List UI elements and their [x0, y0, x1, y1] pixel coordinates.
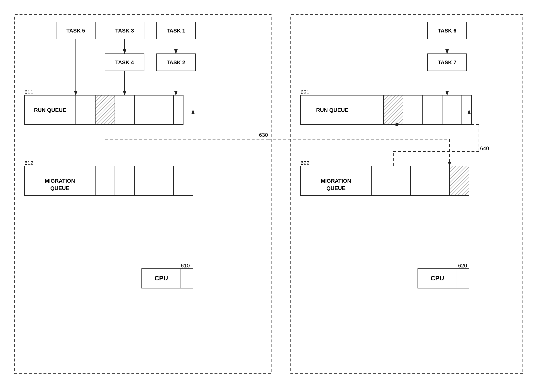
ref-621: 621: [301, 89, 310, 95]
left-mq-cell5: [173, 166, 193, 195]
right-rq-cell5: [442, 95, 462, 125]
right-cpu-label: CPU: [431, 275, 444, 282]
left-rq-cell4: [134, 95, 154, 125]
left-mq-cell4: [154, 166, 173, 195]
right-mq-label2: QUEUE: [326, 185, 345, 191]
task2-label: TASK 2: [167, 59, 185, 65]
ref-611: 611: [24, 89, 33, 95]
right-rq-bracket: [462, 95, 472, 125]
task5-label: TASK 5: [66, 28, 85, 34]
task1-label: TASK 1: [167, 28, 185, 34]
ref-630: 630: [259, 132, 268, 138]
task4-label: TASK 4: [115, 59, 134, 65]
left-rq-cell2-hatched: [95, 95, 115, 125]
ref-640: 640: [480, 145, 489, 151]
left-rq-bracket: [173, 95, 183, 125]
right-mq-cell1: [371, 166, 391, 195]
right-mq-cell2: [391, 166, 410, 195]
right-cpu-bracket: [457, 269, 469, 288]
left-mq-cell3: [134, 166, 154, 195]
ref-610: 610: [181, 263, 190, 269]
task6-label: TASK 6: [438, 28, 457, 34]
left-cpu-label: CPU: [155, 275, 168, 282]
left-rq-cell1: [76, 95, 95, 125]
left-mq-cell1: [95, 166, 115, 195]
right-rq-cell2-hatched: [384, 95, 403, 125]
left-mq-label2: QUEUE: [50, 185, 69, 191]
left-run-queue-label: RUN QUEUE: [34, 107, 66, 113]
left-mq-cell2: [115, 166, 134, 195]
right-mq-cell4: [430, 166, 450, 195]
left-mq-label: MIGRATION: [45, 178, 75, 184]
right-mq-cell5-hatched: [450, 166, 469, 195]
left-cpu-bracket: [181, 269, 193, 288]
right-rq-cell3: [403, 95, 423, 125]
right-mq-cell3: [410, 166, 430, 195]
right-mq-label: MIGRATION: [321, 178, 351, 184]
left-rq-cell5: [154, 95, 173, 125]
ref-620: 620: [458, 263, 467, 269]
right-rq-cell1: [364, 95, 384, 125]
left-rq-cell3: [115, 95, 134, 125]
right-rq-cell4: [423, 95, 442, 125]
ref-612: 612: [24, 160, 33, 166]
task3-label: TASK 3: [115, 28, 134, 34]
ref-622: 622: [301, 160, 310, 166]
diagram-container: TASK 5 TASK 3 TASK 1 TASK 4 TASK 2 RUN Q…: [0, 0, 537, 392]
right-rq-label: RUN QUEUE: [316, 107, 348, 113]
task7-label: TASK 7: [438, 59, 457, 65]
